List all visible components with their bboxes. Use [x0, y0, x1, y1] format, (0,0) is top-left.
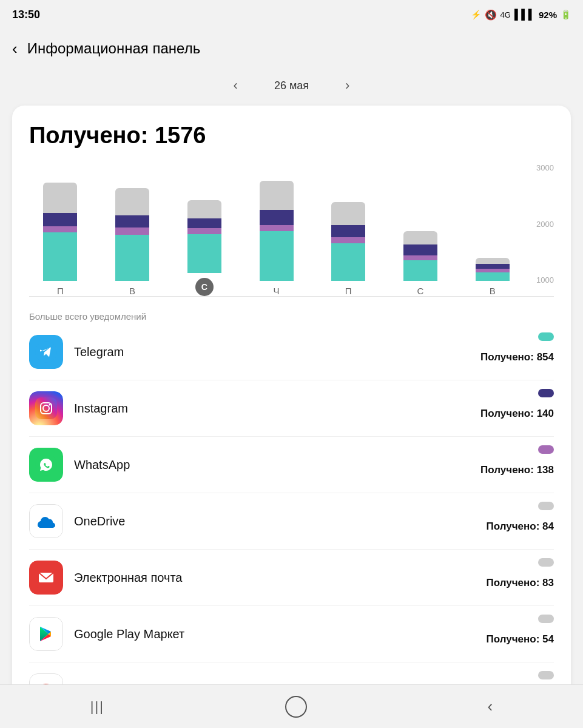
app-received-count: Получено: 138 — [480, 453, 554, 476]
app-name: Google Play Маркет — [74, 627, 487, 641]
nav-back-button[interactable]: ‹ — [487, 697, 493, 716]
bar-segment — [331, 225, 365, 237]
app-received-count: Получено: 54 — [487, 622, 554, 645]
bar-segment — [260, 181, 294, 210]
app-icon-wrap — [29, 391, 63, 425]
bar-segment — [115, 235, 149, 281]
bar-label: В — [129, 286, 135, 296]
app-icon-wrap — [29, 617, 63, 651]
main-card: Получено: 1576 ПВСЧПСВ 3000 2000 1000 Бо… — [12, 106, 571, 728]
bar-label: В — [490, 286, 496, 296]
bar-group: Ч — [245, 181, 308, 296]
received-count-title: Получено: 1576 — [29, 123, 554, 149]
chart-y-labels: 3000 2000 1000 — [536, 163, 554, 285]
bar-segment — [476, 264, 510, 269]
bar-segment — [403, 244, 437, 255]
y-label-3000: 3000 — [536, 163, 554, 172]
bar-group: В — [101, 188, 164, 296]
bar-group: П — [29, 183, 92, 296]
bar-label: П — [345, 286, 352, 296]
bar-segment — [331, 243, 365, 281]
date-label: 26 мая — [274, 79, 309, 92]
nav-home-button[interactable] — [285, 696, 307, 718]
bar-segment — [260, 225, 294, 231]
bar-segment — [331, 202, 365, 225]
signal-icon: 4G — [500, 10, 511, 19]
bar-segment — [403, 255, 437, 260]
bar-segment — [187, 218, 221, 228]
app-name: OneDrive — [74, 514, 487, 528]
bar-segment — [115, 228, 149, 235]
app-list-item[interactable]: Google Play МаркетПолучено: 54 — [29, 606, 554, 662]
svg-rect-1 — [35, 397, 57, 419]
app-received-count: Получено: 854 — [480, 340, 554, 363]
app-received-count: Получено: 84 — [487, 510, 554, 533]
app-color-dot — [538, 558, 554, 567]
prev-date-button[interactable]: ‹ — [234, 78, 238, 93]
date-nav: ‹ 26 мая › — [0, 68, 583, 106]
back-button[interactable]: ‹ — [12, 39, 18, 58]
y-label-2000: 2000 — [536, 220, 554, 229]
bar-segment — [43, 226, 77, 232]
bar-segment — [187, 234, 221, 273]
app-name: WhatsApp — [74, 458, 480, 472]
header: ‹ Информационная панель — [0, 29, 583, 68]
bar-segment — [115, 215, 149, 228]
whatsapp-icon — [29, 448, 63, 482]
app-list-item[interactable]: WhatsAppПолучено: 138 — [29, 437, 554, 493]
bar-label: С — [417, 286, 424, 296]
app-icon-wrap — [29, 448, 63, 482]
app-name: Instagram — [74, 402, 480, 416]
bar-group: С — [173, 200, 235, 296]
most-notif-label: Больше всего уведомлений — [29, 303, 554, 324]
status-icons: ⚡ 🔇 4G ▌▌▌ 92% 🔋 — [471, 9, 571, 21]
battery-icon: 🔋 — [561, 10, 571, 19]
bar-segment — [260, 210, 294, 225]
app-color-dot — [538, 671, 554, 679]
bar-segment — [43, 183, 77, 213]
app-received-count: Получено: 140 — [480, 397, 554, 420]
app-received-count: Получено: 83 — [487, 566, 554, 589]
bar-label: Ч — [274, 286, 280, 296]
chart-bars-area: ПВСЧПСВ — [29, 163, 554, 297]
app-list-item[interactable]: Электронная почтаПолучено: 83 — [29, 550, 554, 606]
app-color-dot — [538, 332, 554, 341]
nav-bar: ||| ‹ — [0, 684, 583, 728]
bluetooth-icon: ⚡ — [471, 10, 481, 19]
bar-label: П — [57, 286, 64, 296]
app-color-dot — [538, 615, 554, 623]
svg-point-4 — [49, 404, 51, 406]
volume-icon: 🔇 — [485, 9, 497, 21]
bar-segment — [476, 272, 510, 281]
app-color-dot — [538, 445, 554, 454]
next-date-button[interactable]: › — [345, 78, 349, 93]
bar-segment — [260, 231, 294, 281]
telegram-icon — [29, 335, 63, 369]
bar-segment — [43, 232, 77, 281]
bar-group: В — [461, 258, 524, 296]
app-list: TelegramПолучено: 854InstagramПолучено: … — [29, 324, 554, 718]
bar-segment — [187, 200, 221, 218]
bar-segment — [476, 258, 510, 264]
app-list-item[interactable]: TelegramПолучено: 854 — [29, 324, 554, 380]
bar-segment — [115, 188, 149, 215]
onedrive-icon — [29, 504, 63, 538]
y-label-1000: 1000 — [536, 275, 554, 285]
app-color-dot — [538, 502, 554, 510]
app-icon-wrap — [29, 561, 63, 595]
app-list-item[interactable]: OneDriveПолучено: 84 — [29, 493, 554, 550]
status-time: 13:50 — [12, 8, 40, 21]
signal-bars-icon: ▌▌▌ — [514, 9, 535, 20]
app-list-item[interactable]: InstagramПолучено: 140 — [29, 380, 554, 437]
bar-segment — [187, 228, 221, 234]
app-color-dot — [538, 389, 554, 397]
app-icon-wrap — [29, 504, 63, 538]
status-bar: 13:50 ⚡ 🔇 4G ▌▌▌ 92% 🔋 — [0, 0, 583, 29]
app-icon-wrap — [29, 335, 63, 369]
nav-recents-button[interactable]: ||| — [90, 699, 104, 715]
instagram-icon — [29, 391, 63, 425]
bar-segment — [403, 231, 437, 244]
app-name: Telegram — [74, 345, 480, 359]
bar-label-circle: С — [195, 278, 214, 296]
app-name: Электронная почта — [74, 571, 487, 585]
